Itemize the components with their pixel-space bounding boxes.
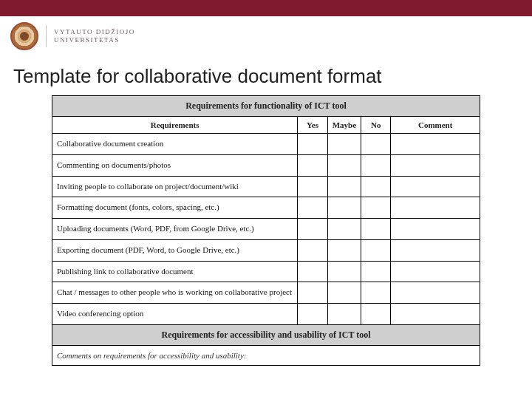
req-cell: Uploading documents (Word, PDF, from Goo… <box>52 219 298 240</box>
table-row: Commenting on documents/photos <box>52 154 480 176</box>
req-cell: Collaborative document creation <box>52 134 298 155</box>
requirements-table: Requirements for functionality of ICT to… <box>52 95 480 366</box>
comment-cell <box>391 304 480 325</box>
comment-cell <box>391 282 480 304</box>
table-row: Chat / messages to other people who is w… <box>52 282 480 304</box>
no-cell <box>361 239 391 261</box>
brand-top-bar <box>0 0 532 16</box>
req-cell: Video conferencing option <box>52 304 298 325</box>
yes-cell <box>298 219 327 240</box>
university-name-line1: VYTAUTO DIDŽIOJO <box>54 28 135 36</box>
comment-cell <box>391 261 480 282</box>
table-row: Inviting people to collaborate on projec… <box>52 176 480 197</box>
col-comment: Comment <box>391 117 480 134</box>
column-header-row: Requirements Yes Maybe No Comment <box>52 117 480 134</box>
yes-cell <box>298 134 327 155</box>
no-cell <box>361 134 391 155</box>
section-header-row-2: Requirements for accessibility and usabi… <box>52 324 480 345</box>
no-cell <box>361 154 391 176</box>
maybe-cell <box>327 134 361 155</box>
col-maybe: Maybe <box>327 117 361 134</box>
req-cell: Inviting people to collaborate on projec… <box>52 176 298 197</box>
yes-cell <box>298 239 327 261</box>
divider <box>46 25 47 47</box>
yes-cell <box>298 154 327 176</box>
maybe-cell <box>327 219 361 240</box>
maybe-cell <box>327 304 361 325</box>
req-cell: Publishing link to collaborative documen… <box>52 261 298 282</box>
req-cell: Chat / messages to other people who is w… <box>52 282 298 304</box>
no-cell <box>361 282 391 304</box>
table-row: Collaborative document creation <box>52 134 480 155</box>
page-title: Template for collaborative document form… <box>0 55 532 95</box>
no-cell <box>361 304 391 325</box>
university-logo-icon <box>10 22 38 50</box>
university-name-line2: UNIVERSITETAS <box>54 36 135 44</box>
yes-cell <box>298 304 327 325</box>
header: VYTAUTO DIDŽIOJO UNIVERSITETAS <box>0 16 532 55</box>
table-row: Formatting document (fonts, colors, spac… <box>52 197 480 219</box>
maybe-cell <box>327 261 361 282</box>
maybe-cell <box>327 197 361 219</box>
logo-inner-icon <box>18 30 31 43</box>
maybe-cell <box>327 176 361 197</box>
section2-header: Requirements for accessibility and usabi… <box>52 324 480 345</box>
comments-row: Comments on requirements for accessibili… <box>52 345 480 365</box>
comment-cell <box>391 197 480 219</box>
table-row: Publishing link to collaborative documen… <box>52 261 480 282</box>
comment-cell <box>391 176 480 197</box>
req-cell: Formatting document (fonts, colors, spac… <box>52 197 298 219</box>
yes-cell <box>298 282 327 304</box>
no-cell <box>361 261 391 282</box>
requirements-table-wrap: Requirements for functionality of ICT to… <box>0 95 532 366</box>
maybe-cell <box>327 154 361 176</box>
table-row: Video conferencing option <box>52 304 480 325</box>
section-header-row: Requirements for functionality of ICT to… <box>52 96 480 117</box>
university-name: VYTAUTO DIDŽIOJO UNIVERSITETAS <box>54 28 135 44</box>
section1-header: Requirements for functionality of ICT to… <box>52 96 480 117</box>
col-requirements: Requirements <box>52 117 298 134</box>
comment-cell <box>391 239 480 261</box>
req-cell: Commenting on documents/photos <box>52 154 298 176</box>
yes-cell <box>298 261 327 282</box>
maybe-cell <box>327 239 361 261</box>
comments-label: Comments on requirements for accessibili… <box>52 345 480 365</box>
no-cell <box>361 197 391 219</box>
col-no: No <box>361 117 391 134</box>
comment-cell <box>391 134 480 155</box>
req-cell: Exporting document (PDF, Word, to Google… <box>52 239 298 261</box>
table-row: Uploading documents (Word, PDF, from Goo… <box>52 219 480 240</box>
yes-cell <box>298 197 327 219</box>
col-yes: Yes <box>298 117 327 134</box>
no-cell <box>361 176 391 197</box>
yes-cell <box>298 176 327 197</box>
maybe-cell <box>327 282 361 304</box>
table-row: Exporting document (PDF, Word, to Google… <box>52 239 480 261</box>
comment-cell <box>391 219 480 240</box>
comment-cell <box>391 154 480 176</box>
no-cell <box>361 219 391 240</box>
